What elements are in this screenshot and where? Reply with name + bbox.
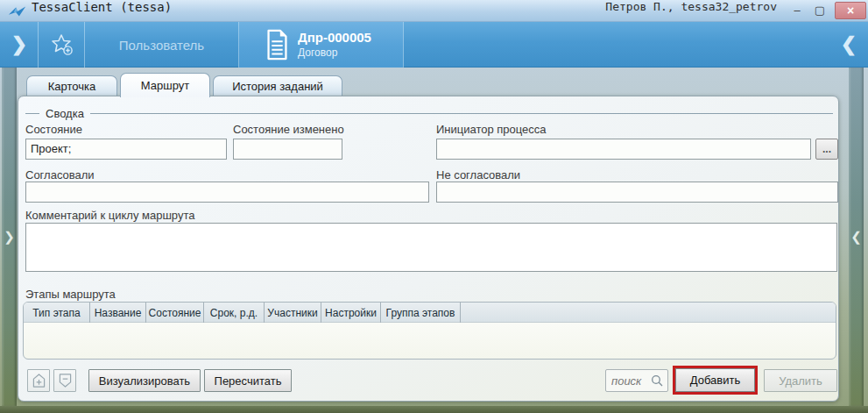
column-header-state[interactable]: Состояние xyxy=(146,303,204,323)
summary-group-title: Сводка xyxy=(39,107,90,120)
tab-route[interactable]: Маршрут xyxy=(120,73,210,97)
column-header-settings[interactable]: Настройки xyxy=(321,303,381,323)
minimize-icon[interactable]: – xyxy=(787,0,807,22)
search-icon xyxy=(651,374,664,388)
maximize-icon[interactable]: ▢ xyxy=(810,0,829,22)
tessa-client-window: TessaClient (tessa) Петров П., tessa32_p… xyxy=(0,0,868,413)
column-header-participants[interactable]: Участники xyxy=(265,303,321,323)
column-header-name[interactable]: Название xyxy=(90,303,146,323)
route-tab-panel: Сводка Состояние Состояние изменено Иниц… xyxy=(18,96,839,402)
divider xyxy=(403,22,404,68)
delete-button-label: Удалить xyxy=(779,374,822,388)
tab-task-history-label: История заданий xyxy=(232,80,323,93)
column-header-stage-group[interactable]: Группа этапов xyxy=(381,303,461,323)
delete-button[interactable]: Удалить xyxy=(764,369,837,392)
title-bar: TessaClient (tessa) Петров П., tessa32_p… xyxy=(0,0,868,22)
state-label: Состояние xyxy=(25,123,82,136)
approved-field[interactable] xyxy=(25,182,429,203)
chevron-right-icon: ❯ xyxy=(4,229,15,245)
tessa-logo-icon xyxy=(8,4,27,18)
chevron-right-icon[interactable]: ❯ xyxy=(4,22,35,68)
divider xyxy=(90,113,833,114)
nav-bar: ❯ Пользователь Дпр-000005 Договор xyxy=(0,22,868,68)
initiator-label: Инициатор процесса xyxy=(436,123,547,136)
column-header-filler xyxy=(461,303,836,322)
chevron-left-icon[interactable]: ❮ xyxy=(835,22,863,68)
state-changed-field[interactable] xyxy=(233,139,342,160)
add-button-label: Добавить xyxy=(690,374,740,387)
left-panel-expander[interactable]: ❯ xyxy=(2,68,17,406)
stages-table: Тип этапа Название Состояние Срок, р.д. … xyxy=(23,302,836,360)
shield-plus-icon xyxy=(32,373,46,388)
divider xyxy=(25,113,39,114)
window-bottom-border xyxy=(0,406,868,413)
not-approved-label: Не согласовали xyxy=(436,168,520,182)
summary-group-header: Сводка xyxy=(25,107,833,120)
expand-groups-button[interactable] xyxy=(27,369,50,392)
comment-label: Комментарий к циклу маршрута xyxy=(25,209,194,222)
search-input[interactable] xyxy=(610,374,651,388)
current-user-label: Петров П., tessa32_petrov xyxy=(605,0,777,22)
right-panel-expander[interactable]: ❮ xyxy=(849,68,864,406)
stages-table-body-empty[interactable] xyxy=(24,323,836,360)
tab-card[interactable]: Карточка xyxy=(26,75,117,96)
close-icon[interactable]: × xyxy=(835,2,866,19)
doc-type: Договор xyxy=(298,46,371,60)
tab-task-history[interactable]: История заданий xyxy=(213,75,342,96)
add-button[interactable]: Добавить xyxy=(675,368,755,392)
state-field[interactable]: Проект; xyxy=(25,139,227,160)
recalculate-button-label: Пересчитать xyxy=(215,374,282,388)
tab-route-label: Маршрут xyxy=(141,79,189,92)
tab-card-label: Карточка xyxy=(48,80,95,93)
chevron-left-icon: ❮ xyxy=(850,229,862,245)
recalculate-button[interactable]: Пересчитать xyxy=(204,369,292,392)
divider xyxy=(38,22,39,68)
column-header-stage-type[interactable]: Тип этапа xyxy=(24,303,90,323)
not-approved-field[interactable] xyxy=(436,182,838,203)
approved-label: Согласовали xyxy=(25,168,95,182)
visualize-button[interactable]: Визуализировать xyxy=(88,369,201,392)
initiator-field[interactable] xyxy=(436,139,811,160)
window-title: TessaClient (tessa) xyxy=(32,0,172,22)
doc-number: Дпр-000005 xyxy=(298,30,371,46)
add-favorite-button[interactable] xyxy=(42,22,82,68)
stages-search-box xyxy=(605,369,668,392)
collapse-groups-button[interactable] xyxy=(53,369,76,392)
stages-section-title: Этапы маршрута xyxy=(25,288,116,301)
nav-doc-text: Дпр-000005 Договор xyxy=(298,30,371,60)
visualize-button-label: Визуализировать xyxy=(99,374,190,388)
comment-field[interactable] xyxy=(25,223,837,272)
add-button-highlight-annotation: Добавить xyxy=(673,366,758,395)
star-plus-icon xyxy=(49,32,75,58)
document-icon xyxy=(265,29,289,61)
shield-minus-icon xyxy=(59,373,72,388)
stages-table-header: Тип этапа Название Состояние Срок, р.д. … xyxy=(24,303,836,323)
main-area: ❯ ❮ Карточка Маршрут История заданий Сво… xyxy=(0,68,868,413)
initiator-browse-button[interactable]: ... xyxy=(815,139,838,160)
nav-tab-user[interactable]: Пользователь xyxy=(85,22,238,68)
column-header-term[interactable]: Срок, р.д. xyxy=(204,303,265,323)
state-changed-label: Состояние изменено xyxy=(233,123,344,136)
nav-tab-document-active[interactable]: Дпр-000005 Договор xyxy=(239,22,403,68)
nav-tab-user-label: Пользователь xyxy=(119,38,204,53)
